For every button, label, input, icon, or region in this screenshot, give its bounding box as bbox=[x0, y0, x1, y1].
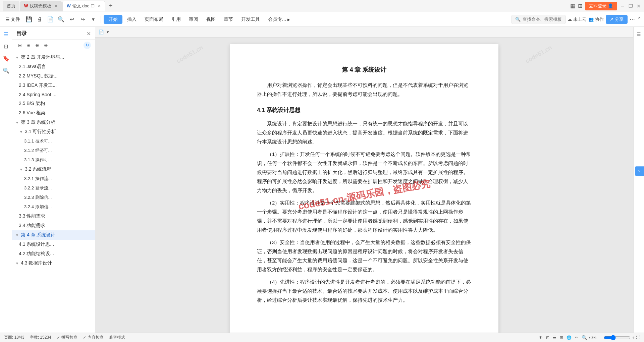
toc-arrow-43[interactable]: ▼ bbox=[15, 261, 19, 266]
toc-item-31[interactable]: ▼ 3.1 可行性分析 bbox=[12, 127, 95, 136]
view-button[interactable]: 视图 bbox=[203, 15, 219, 24]
split-view-icon[interactable]: ⊞ bbox=[560, 335, 563, 340]
toc-item-323[interactable]: 3.2.3 删除信... bbox=[12, 193, 95, 202]
toc-item-23[interactable]: 2.3 IDEA 开发工... bbox=[12, 81, 95, 90]
toc-item-313[interactable]: 3.1.3 操作可... bbox=[12, 155, 95, 165]
close-button[interactable]: ✕ bbox=[636, 3, 641, 9]
layout-button[interactable]: 页面布局 bbox=[141, 15, 167, 24]
content-check-icon: ✓ bbox=[83, 335, 86, 340]
reference-button[interactable]: 引用 bbox=[168, 15, 184, 24]
zoom-plus-button[interactable]: + bbox=[632, 335, 635, 340]
toc-item-ch3[interactable]: ▼ 第 3 章 系统分析 bbox=[12, 118, 95, 127]
collab-button[interactable]: 👥 协作 bbox=[588, 16, 604, 22]
page-layout-icon[interactable]: ⊡ bbox=[546, 335, 549, 340]
content-check-status[interactable]: ✓ 内容检查 bbox=[83, 335, 104, 340]
toc-item-34[interactable]: 3.4 功能需求 bbox=[12, 221, 95, 230]
tab-doc-close[interactable]: ✕ bbox=[98, 4, 101, 8]
fullscreen-icon[interactable]: ⛶ bbox=[636, 335, 640, 340]
tab-template-close[interactable]: ✕ bbox=[54, 4, 58, 8]
search-box[interactable]: 🔍 查找命令、搜索模板 bbox=[512, 15, 566, 24]
chapter-button[interactable]: 章节 bbox=[220, 15, 236, 24]
devtools-button[interactable]: 开发工具 bbox=[238, 15, 263, 24]
toc-sync-button[interactable]: ↻ bbox=[84, 42, 91, 49]
toc-item-25[interactable]: 2.5 B/S 架构 bbox=[12, 99, 95, 108]
print-icon-button[interactable]: 🖨 bbox=[35, 15, 44, 24]
toc-add-icon[interactable]: ⊕ bbox=[34, 42, 41, 49]
float-tab-button[interactable]: > bbox=[635, 166, 644, 176]
right-filter-icon[interactable]: ☰ bbox=[634, 30, 644, 39]
grid-icon[interactable]: ⊞ bbox=[578, 3, 582, 9]
toc-item-324[interactable]: 3.2.4 添加信... bbox=[12, 202, 95, 212]
sidebar-bookmark-icon[interactable]: 🔖 bbox=[1, 54, 11, 63]
toc-item-41[interactable]: 4.1 系统设计思... bbox=[12, 240, 95, 249]
dropdown-icon-button[interactable]: ▾ bbox=[89, 15, 98, 24]
zoom-minus-button[interactable]: — bbox=[598, 335, 602, 340]
spell-check-status[interactable]: ✓ 拼写检查 bbox=[57, 335, 77, 340]
doc-page-icon[interactable]: 📄 bbox=[99, 30, 104, 35]
pen-icon[interactable]: ✏ bbox=[575, 335, 578, 340]
toc-item-22[interactable]: 2.2 MYSQL 数据... bbox=[12, 71, 95, 81]
toc-item-ch4[interactable]: ▼ 第 4 章 系统设计 bbox=[12, 230, 95, 240]
chapter-intro: 用户对着浏览器操作，肯定会出现某些不可预料的问题，但是不代表着系统对于用户在浏览… bbox=[257, 80, 472, 99]
add-tab-button[interactable]: + bbox=[106, 1, 115, 11]
toc-arrow-ch3[interactable]: ▼ bbox=[15, 120, 19, 125]
zoom-icon-button[interactable]: 🔍 bbox=[56, 15, 66, 24]
titlebar: 首页 W 找稿壳模板 ✕ W 论文.doc ❐ ✕ + ▦ ⊞ 立即登录 👤 ─… bbox=[0, 0, 644, 12]
scan-icon-button[interactable]: 📄 bbox=[46, 15, 55, 24]
share-button[interactable]: ↗ 分享 bbox=[606, 15, 628, 24]
toc-item-322[interactable]: 3.2.2 登录流... bbox=[12, 183, 95, 193]
tab-template-label: 找稿壳模板 bbox=[30, 3, 51, 9]
toc-item-42[interactable]: 4.2 功能结构设... bbox=[12, 249, 95, 259]
save-icon-button[interactable]: 💾 bbox=[24, 15, 34, 24]
redo-icon-button[interactable]: ↪ bbox=[78, 15, 87, 24]
tab-home[interactable]: 首页 bbox=[3, 1, 19, 11]
toc-collapse-all-icon[interactable]: ⊞ bbox=[25, 42, 32, 49]
sidebar-page-icon[interactable]: ⊡ bbox=[1, 42, 11, 51]
review-button[interactable]: 审阅 bbox=[185, 15, 202, 24]
minimize-button[interactable]: ─ bbox=[620, 3, 625, 9]
toc-arrow-31[interactable]: ▼ bbox=[19, 129, 23, 134]
toc-item-43[interactable]: ▼ 4.3 数据库设计 bbox=[12, 259, 95, 268]
toc-close-button[interactable]: ✕ bbox=[87, 31, 91, 37]
toc-expand-all-icon[interactable]: ⊟ bbox=[16, 42, 23, 49]
paragraph-security: （3）安全性：当使用者使用的过程中，会产生大量的相关数据，这些数据必须有安全性的… bbox=[257, 238, 472, 274]
member-button[interactable]: 会员专... ▶ bbox=[265, 15, 293, 24]
document-area: 📄 ▾ code51.cn code51.cn code51.cn code51… bbox=[95, 27, 633, 333]
tab-template[interactable]: W 找稿壳模板 ✕ bbox=[20, 1, 62, 11]
insert-button[interactable]: 插入 bbox=[124, 15, 140, 24]
toc-arrow-32[interactable]: ▼ bbox=[19, 167, 23, 172]
zoom-slider[interactable] bbox=[604, 335, 631, 340]
cloud-button[interactable]: ☁ 未上云 bbox=[568, 16, 586, 22]
maximize-button[interactable]: ❐ bbox=[628, 3, 633, 9]
list-view-icon[interactable]: ☰ bbox=[553, 335, 556, 340]
start-button[interactable]: 开始 bbox=[104, 15, 122, 24]
toc-item-21[interactable]: 2.1 Java语言 bbox=[12, 62, 95, 71]
tab-doc[interactable]: W 论文.doc ❐ ✕ bbox=[62, 1, 105, 11]
sidebar-search-icon[interactable]: 🔍 bbox=[1, 66, 11, 75]
sidebar-toc-icon[interactable]: ☰ bbox=[1, 30, 11, 39]
restore-icon[interactable]: ❐ bbox=[91, 4, 95, 8]
toc-remove-icon[interactable]: ⊖ bbox=[42, 42, 50, 49]
toc-item-33[interactable]: 3.3 性能需求 bbox=[12, 212, 95, 221]
more-button[interactable]: ⋯ bbox=[630, 16, 635, 22]
layout-icon[interactable]: ▦ bbox=[570, 3, 575, 9]
toc-arrow-ch2[interactable]: ▼ bbox=[15, 55, 19, 60]
toc-item-26[interactable]: 2.6 Vue 框架 bbox=[12, 108, 95, 118]
login-button[interactable]: 立即登录 👤 bbox=[585, 2, 617, 10]
toc-item-24[interactable]: 2.4 Spring Boot ... bbox=[12, 90, 95, 99]
eye-view-icon[interactable]: 👁 bbox=[539, 335, 543, 340]
expand-button[interactable]: ⌃ bbox=[637, 16, 641, 22]
toc-item-32[interactable]: ▼ 3.2 系统流程 bbox=[12, 165, 95, 174]
undo-icon-button[interactable]: ↩ bbox=[67, 15, 76, 24]
toc-arrow-ch4[interactable]: ▼ bbox=[15, 233, 19, 237]
toc-item-311[interactable]: 3.1.1 技术可... bbox=[12, 136, 95, 146]
toc-item-ch2[interactable]: ▼ 第 2 章 开发环境与... bbox=[12, 53, 95, 62]
globe-icon[interactable]: 🌐 bbox=[567, 335, 572, 340]
doc-toolbar-arrow[interactable]: ▾ bbox=[107, 30, 109, 35]
zoom-out-icon: 🔍 bbox=[582, 335, 587, 340]
menu-button[interactable]: ☰ 文件 bbox=[3, 15, 23, 24]
document-scroll[interactable]: code51.cn code51.cn code51.cn code51.cn … bbox=[95, 38, 633, 333]
toc-item-312[interactable]: 3.1.2 经济可... bbox=[12, 146, 95, 155]
toc-item-321[interactable]: 3.2.1 操作流... bbox=[12, 174, 95, 183]
document-page[interactable]: code51.cn-源码乐园，盗图必究 第 4 章 系统设计 用户对着浏览器操作… bbox=[230, 44, 498, 333]
